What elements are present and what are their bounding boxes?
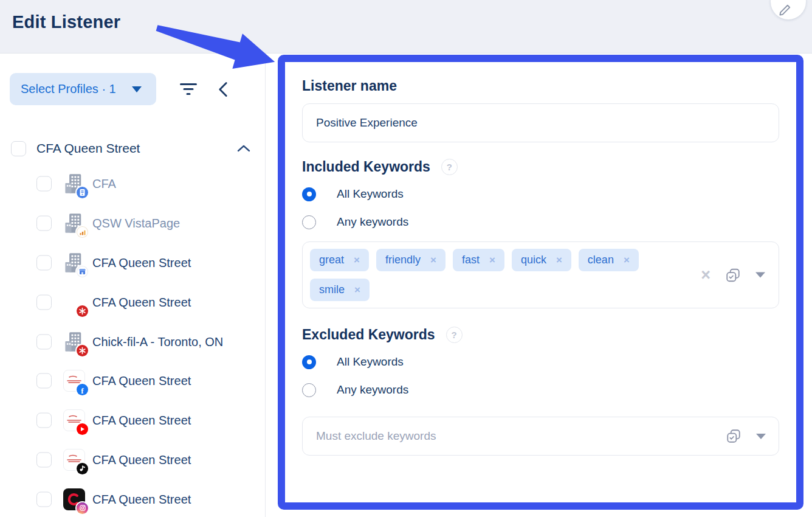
- building-avatar: [63, 252, 85, 274]
- remove-keyword-icon[interactable]: ×: [624, 255, 630, 265]
- yelp-badge-icon: [77, 305, 88, 317]
- profile-row[interactable]: CFA Queen Street: [0, 440, 265, 480]
- brand-logo-avatar: [63, 409, 85, 431]
- collapse-group-button[interactable]: [237, 144, 250, 153]
- profile-label: CFA Queen Street: [92, 374, 191, 388]
- listener-settings-panel: Listener name Included Keywords ? All Ke…: [278, 55, 803, 510]
- chevron-down-icon[interactable]: [756, 434, 766, 439]
- excluded-keywords-title: Excluded Keywords: [302, 327, 435, 343]
- keyword-tag-label: fast: [462, 254, 480, 266]
- profile-row[interactable]: Chick-fil-A - Toronto, ON: [0, 322, 265, 361]
- profile-label: CFA Queen Street: [92, 295, 191, 309]
- profile-checkbox[interactable]: [36, 216, 52, 231]
- profile-checkbox[interactable]: [36, 491, 52, 507]
- keyword-tag[interactable]: friendly ×: [376, 249, 446, 271]
- remove-keyword-icon[interactable]: ×: [489, 255, 495, 265]
- page-header: Edit Listener: [0, 0, 812, 54]
- group-label: CFA Queen Street: [36, 141, 237, 156]
- profile-row[interactable]: f CFA Queen Street: [0, 361, 265, 401]
- included-keywords-input[interactable]: great ×friendly ×fast ×quick ×clean ×smi…: [302, 241, 779, 308]
- listener-name-label: Listener name: [302, 78, 779, 94]
- profile-checkbox[interactable]: [36, 452, 52, 467]
- profile-checkbox[interactable]: [36, 255, 52, 270]
- clear-keywords-icon[interactable]: ×: [701, 267, 710, 283]
- keyword-tag-label: clean: [588, 254, 614, 266]
- photo-avatar: [63, 291, 85, 313]
- profile-group-row[interactable]: CFA Queen Street: [11, 139, 254, 158]
- help-icon[interactable]: ?: [446, 327, 463, 343]
- excluded-any-keywords-option[interactable]: Any keywords: [302, 381, 779, 398]
- edit-listener-screen: Edit Listener Select Profiles · 1 CFA Qu…: [0, 0, 812, 517]
- facebook-badge-icon: f: [77, 384, 88, 395]
- chevron-up-icon: [237, 144, 250, 153]
- keyword-tag[interactable]: smile ×: [310, 279, 370, 301]
- analytics-badge-icon: [77, 226, 88, 238]
- profile-label: Chick-fil-A - Toronto, ON: [92, 335, 223, 349]
- excluded-all-keywords-option[interactable]: All Keywords: [302, 353, 779, 370]
- building-avatar: [63, 173, 85, 195]
- profile-list: CFA QSW VistaPage CFA Queen Street CFA Q…: [0, 164, 265, 517]
- collapse-sidebar-button[interactable]: [217, 82, 229, 97]
- help-icon[interactable]: ?: [441, 159, 458, 175]
- listener-name-input[interactable]: [302, 103, 779, 142]
- profile-label: CFA: [92, 177, 116, 191]
- brand-logo-avatar: f: [63, 370, 85, 392]
- pencil-icon: [778, 4, 791, 17]
- keyword-tag[interactable]: great ×: [310, 249, 369, 271]
- keyword-tag-label: great: [319, 254, 344, 266]
- included-keywords-title: Included Keywords: [302, 159, 430, 175]
- building-avatar: [63, 212, 85, 234]
- radio-unselected-icon[interactable]: [302, 383, 316, 397]
- keyword-tag-label: quick: [521, 254, 546, 266]
- profile-checkbox[interactable]: [36, 373, 52, 389]
- filter-button[interactable]: [178, 80, 199, 99]
- profile-label: CFA Queen Street: [92, 453, 191, 467]
- keyword-tag[interactable]: fast ×: [453, 249, 504, 271]
- profile-row[interactable]: QSW VistaPage: [0, 204, 265, 243]
- remove-keyword-icon[interactable]: ×: [354, 285, 360, 295]
- profile-label: CFA Queen Street: [92, 492, 191, 506]
- profile-checkbox[interactable]: [36, 176, 52, 192]
- radio-unselected-icon[interactable]: [302, 215, 316, 229]
- building-avatar: [63, 331, 85, 353]
- listing-badge-icon: [77, 187, 88, 198]
- yelp-badge-icon: [77, 345, 88, 356]
- profile-row[interactable]: CFA: [0, 164, 265, 204]
- included-all-keywords-option[interactable]: All Keywords: [302, 186, 779, 203]
- profile-row[interactable]: CFA Queen Street: [0, 401, 265, 440]
- google-business-badge-icon: [77, 266, 88, 277]
- keyword-tag-label: friendly: [385, 254, 421, 266]
- brand-logo-avatar: [63, 449, 85, 471]
- remove-keyword-icon[interactable]: ×: [430, 255, 436, 265]
- youtube-badge-icon: [77, 423, 88, 435]
- radio-selected-icon[interactable]: [302, 187, 316, 201]
- remove-keyword-icon[interactable]: ×: [354, 255, 360, 265]
- copy-keywords-icon[interactable]: [726, 428, 741, 444]
- profile-label: CFA Queen Street: [92, 414, 191, 428]
- chevron-down-icon[interactable]: [755, 272, 765, 278]
- profile-row[interactable]: CFA Queen Street: [0, 479, 265, 517]
- profile-row[interactable]: CFA Queen Street: [0, 243, 265, 283]
- group-checkbox[interactable]: [11, 141, 26, 156]
- included-any-keywords-option[interactable]: Any keywords: [302, 213, 779, 231]
- chevron-left-icon: [217, 82, 229, 97]
- tiktok-badge-icon: [77, 463, 88, 474]
- profile-checkbox[interactable]: [36, 413, 52, 428]
- excluded-keywords-input[interactable]: [302, 417, 779, 456]
- profile-row[interactable]: CFA Queen Street: [0, 282, 265, 322]
- keyword-tag[interactable]: quick ×: [512, 249, 571, 271]
- keyword-tag-label: smile: [319, 283, 345, 296]
- keyword-tag[interactable]: clean ×: [579, 249, 639, 271]
- brand-logo-avatar: [63, 488, 85, 510]
- remove-keyword-icon[interactable]: ×: [556, 255, 562, 265]
- chevron-down-icon: [132, 86, 142, 92]
- profile-checkbox[interactable]: [36, 294, 52, 310]
- instagram-badge-icon: [77, 502, 88, 514]
- profile-label: CFA Queen Street: [92, 255, 191, 269]
- select-profiles-label: Select Profiles · 1: [21, 82, 116, 96]
- profile-label: QSW VistaPage: [92, 217, 180, 231]
- radio-selected-icon[interactable]: [302, 355, 316, 369]
- select-profiles-dropdown[interactable]: Select Profiles · 1: [10, 73, 156, 105]
- copy-keywords-icon[interactable]: [725, 267, 741, 283]
- profile-checkbox[interactable]: [36, 334, 52, 349]
